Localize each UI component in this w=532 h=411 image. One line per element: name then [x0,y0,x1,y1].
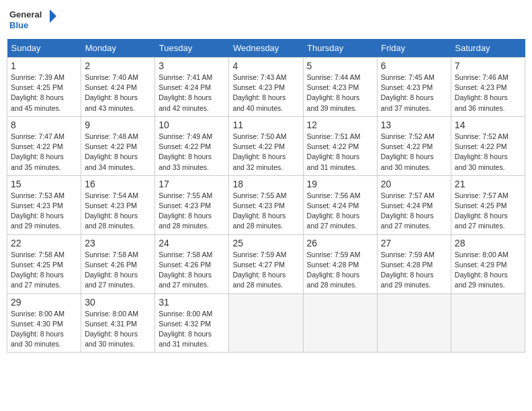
day-info: Sunrise: 7:58 AM Sunset: 4:25 PM Dayligh… [11,250,77,291]
calendar-cell: 30 Sunrise: 8:00 AM Sunset: 4:31 PM Dayl… [81,293,155,353]
calendar-cell: 4 Sunrise: 7:43 AM Sunset: 4:23 PM Dayli… [229,58,303,117]
week-row-3: 15 Sunrise: 7:53 AM Sunset: 4:23 PM Dayl… [7,175,525,234]
day-number: 7 [455,60,521,71]
day-number: 25 [232,238,299,248]
day-number: 30 [85,297,151,308]
day-number: 4 [232,60,299,71]
calendar-cell: 23 Sunrise: 7:58 AM Sunset: 4:26 PM Dayl… [81,234,155,293]
col-header-monday: Monday [81,39,155,58]
svg-text:Blue: Blue [9,20,28,30]
week-row-5: 29 Sunrise: 8:00 AM Sunset: 4:30 PM Dayl… [7,293,525,353]
calendar-cell: 8 Sunrise: 7:47 AM Sunset: 4:22 PM Dayli… [7,116,81,175]
day-number: 8 [11,120,77,130]
day-info: Sunrise: 7:55 AM Sunset: 4:23 PM Dayligh… [159,191,225,232]
day-number: 26 [307,238,373,248]
day-info: Sunrise: 7:52 AM Sunset: 4:22 PM Dayligh… [381,132,447,173]
week-row-2: 8 Sunrise: 7:47 AM Sunset: 4:22 PM Dayli… [7,116,525,175]
calendar-cell: 17 Sunrise: 7:55 AM Sunset: 4:23 PM Dayl… [155,175,229,234]
calendar-cell [377,293,451,353]
day-info: Sunrise: 7:48 AM Sunset: 4:22 PM Dayligh… [85,132,151,173]
page-header: General Blue [7,7,525,34]
day-info: Sunrise: 7:39 AM Sunset: 4:25 PM Dayligh… [11,73,77,113]
calendar-cell: 26 Sunrise: 7:59 AM Sunset: 4:28 PM Dayl… [303,234,377,293]
day-number: 5 [307,60,373,71]
day-number: 27 [381,238,447,248]
col-header-friday: Friday [377,39,451,58]
day-info: Sunrise: 7:41 AM Sunset: 4:24 PM Dayligh… [159,73,225,113]
day-info: Sunrise: 7:43 AM Sunset: 4:23 PM Dayligh… [232,73,299,113]
calendar-header-row: SundayMondayTuesdayWednesdayThursdayFrid… [7,39,525,58]
calendar-cell: 1 Sunrise: 7:39 AM Sunset: 4:25 PM Dayli… [7,58,81,117]
calendar-cell: 31 Sunrise: 8:00 AM Sunset: 4:32 PM Dayl… [155,293,229,353]
calendar-cell: 18 Sunrise: 7:55 AM Sunset: 4:23 PM Dayl… [229,175,303,234]
day-info: Sunrise: 8:00 AM Sunset: 4:31 PM Dayligh… [85,309,151,350]
day-info: Sunrise: 7:59 AM Sunset: 4:28 PM Dayligh… [381,250,447,291]
calendar-cell: 5 Sunrise: 7:44 AM Sunset: 4:23 PM Dayli… [303,58,377,117]
svg-text:General: General [9,9,42,19]
calendar-cell: 13 Sunrise: 7:52 AM Sunset: 4:22 PM Dayl… [377,116,451,175]
calendar-cell: 20 Sunrise: 7:57 AM Sunset: 4:24 PM Dayl… [377,175,451,234]
day-info: Sunrise: 7:53 AM Sunset: 4:23 PM Dayligh… [11,191,77,232]
calendar-cell: 27 Sunrise: 7:59 AM Sunset: 4:28 PM Dayl… [377,234,451,293]
day-info: Sunrise: 7:58 AM Sunset: 4:26 PM Dayligh… [85,250,151,291]
col-header-sunday: Sunday [7,39,81,58]
day-info: Sunrise: 8:00 AM Sunset: 4:30 PM Dayligh… [11,309,77,350]
calendar-cell: 11 Sunrise: 7:50 AM Sunset: 4:22 PM Dayl… [229,116,303,175]
week-row-1: 1 Sunrise: 7:39 AM Sunset: 4:25 PM Dayli… [7,58,525,117]
day-number: 21 [455,179,521,189]
col-header-wednesday: Wednesday [229,39,303,58]
calendar-cell: 6 Sunrise: 7:45 AM Sunset: 4:23 PM Dayli… [377,58,451,117]
day-info: Sunrise: 7:58 AM Sunset: 4:26 PM Dayligh… [159,250,225,291]
day-number: 12 [307,120,373,130]
day-number: 9 [85,120,151,130]
calendar-cell: 15 Sunrise: 7:53 AM Sunset: 4:23 PM Dayl… [7,175,81,234]
day-number: 3 [159,60,225,71]
day-info: Sunrise: 7:59 AM Sunset: 4:27 PM Dayligh… [232,250,299,291]
calendar-cell: 9 Sunrise: 7:48 AM Sunset: 4:22 PM Dayli… [81,116,155,175]
day-info: Sunrise: 7:57 AM Sunset: 4:25 PM Dayligh… [455,191,521,232]
day-number: 23 [85,238,151,248]
day-number: 20 [381,179,447,189]
col-header-tuesday: Tuesday [155,39,229,58]
day-info: Sunrise: 7:54 AM Sunset: 4:23 PM Dayligh… [85,191,151,232]
day-info: Sunrise: 8:00 AM Sunset: 4:32 PM Dayligh… [159,309,225,350]
calendar-cell: 2 Sunrise: 7:40 AM Sunset: 4:24 PM Dayli… [81,58,155,117]
day-info: Sunrise: 7:59 AM Sunset: 4:28 PM Dayligh… [307,250,373,291]
day-info: Sunrise: 7:47 AM Sunset: 4:22 PM Dayligh… [11,132,77,173]
day-info: Sunrise: 7:52 AM Sunset: 4:22 PM Dayligh… [455,132,521,173]
day-number: 2 [85,60,151,71]
calendar-cell: 12 Sunrise: 7:51 AM Sunset: 4:22 PM Dayl… [303,116,377,175]
calendar-cell: 7 Sunrise: 7:46 AM Sunset: 4:23 PM Dayli… [451,58,525,117]
logo: General Blue [9,7,56,34]
day-info: Sunrise: 7:46 AM Sunset: 4:23 PM Dayligh… [455,73,521,113]
day-number: 15 [11,179,77,189]
calendar-cell: 21 Sunrise: 7:57 AM Sunset: 4:25 PM Dayl… [451,175,525,234]
svg-marker-2 [50,9,56,23]
col-header-thursday: Thursday [303,39,377,58]
day-info: Sunrise: 7:51 AM Sunset: 4:22 PM Dayligh… [307,132,373,173]
day-number: 6 [381,60,447,71]
day-number: 22 [11,238,77,248]
day-info: Sunrise: 7:57 AM Sunset: 4:24 PM Dayligh… [381,191,447,232]
calendar-cell: 28 Sunrise: 8:00 AM Sunset: 4:29 PM Dayl… [451,234,525,293]
day-number: 1 [11,60,77,71]
calendar-cell: 16 Sunrise: 7:54 AM Sunset: 4:23 PM Dayl… [81,175,155,234]
day-number: 28 [455,238,521,248]
calendar-cell [303,293,377,353]
day-number: 14 [455,120,521,130]
logo-svg: General Blue [9,7,56,34]
calendar-cell [229,293,303,353]
day-number: 31 [159,297,225,308]
day-info: Sunrise: 8:00 AM Sunset: 4:29 PM Dayligh… [455,250,521,291]
calendar-cell: 25 Sunrise: 7:59 AM Sunset: 4:27 PM Dayl… [229,234,303,293]
day-info: Sunrise: 7:55 AM Sunset: 4:23 PM Dayligh… [232,191,299,232]
calendar-cell: 22 Sunrise: 7:58 AM Sunset: 4:25 PM Dayl… [7,234,81,293]
day-info: Sunrise: 7:44 AM Sunset: 4:23 PM Dayligh… [307,73,373,113]
day-number: 11 [232,120,299,130]
calendar-cell: 3 Sunrise: 7:41 AM Sunset: 4:24 PM Dayli… [155,58,229,117]
day-info: Sunrise: 7:45 AM Sunset: 4:23 PM Dayligh… [381,73,447,113]
day-number: 24 [159,238,225,248]
day-info: Sunrise: 7:56 AM Sunset: 4:24 PM Dayligh… [307,191,373,232]
week-row-4: 22 Sunrise: 7:58 AM Sunset: 4:25 PM Dayl… [7,234,525,293]
day-number: 10 [159,120,225,130]
